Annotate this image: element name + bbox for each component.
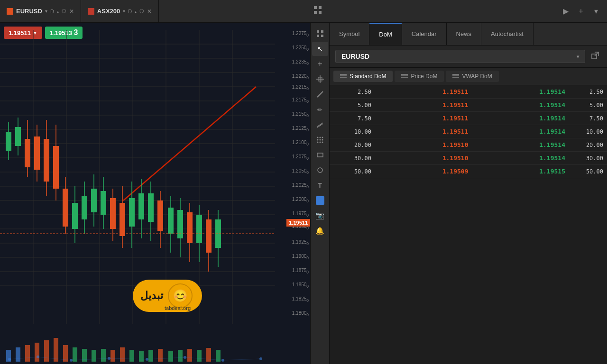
- grid-icon[interactable]: [312, 4, 324, 16]
- dom-row-2: 7.50 1.19511 1.19514 7.50: [330, 112, 607, 125]
- symbol-row: EURUSD ▾: [330, 46, 607, 68]
- price-label-13: 1.19750: [291, 210, 310, 219]
- tab-autochartist[interactable]: Autochartist: [481, 23, 533, 45]
- svg-point-129: [319, 139, 321, 141]
- circle-tool-button[interactable]: [312, 163, 328, 177]
- dom-qty-right-2: 7.50: [565, 115, 603, 122]
- svg-rect-93: [158, 349, 163, 362]
- dom-subtabs: Standard DoM Price DoM: [330, 68, 607, 85]
- dom-qty-right-6: 50.00: [565, 168, 603, 175]
- svg-line-114: [223, 359, 261, 360]
- svg-rect-89: [120, 347, 125, 362]
- svg-rect-2: [314, 11, 317, 14]
- tab-eurusd[interactable]: EURUSD ▾ D ₁ ⬡ ✕: [0, 0, 81, 22]
- tab-arrow-eurusd[interactable]: ▾: [45, 9, 47, 14]
- tab-asx200[interactable]: ASX200 ▾ D ₁ ⬡ ✕: [81, 0, 159, 22]
- dots-grid-button[interactable]: [312, 133, 328, 147]
- subtab-vwap-dom[interactable]: VWAP DoM: [446, 71, 498, 82]
- price-label-15: 1.19250: [291, 238, 310, 247]
- tab-close-eurusd[interactable]: ✕: [69, 8, 74, 15]
- dom-row-6: 50.00 1.19509 1.19515 50.00: [330, 165, 607, 178]
- svg-line-122: [317, 91, 323, 97]
- price-label-11: 1.20250: [291, 182, 310, 191]
- price-label-6: 1.21500: [291, 110, 310, 119]
- watermark-logo: 😊: [168, 283, 193, 308]
- svg-rect-59: [138, 193, 144, 219]
- rectangle-tool-button[interactable]: [312, 148, 328, 162]
- svg-point-133: [322, 142, 323, 143]
- svg-point-132: [319, 142, 321, 143]
- subtab-price-dom[interactable]: Price DoM: [395, 71, 444, 82]
- cursor-tool-button[interactable]: ↖: [312, 42, 328, 56]
- svg-rect-94: [168, 351, 173, 362]
- layout-button[interactable]: ▾: [590, 5, 602, 18]
- tab-close-asx200[interactable]: ✕: [147, 8, 152, 15]
- dom-row-3: 10.00 1.19511 1.19514 10.00: [330, 125, 607, 138]
- color-fill-button[interactable]: [312, 193, 328, 208]
- dom-ask-3: 1.19514: [469, 128, 566, 135]
- dom-qty-right-1: 5.00: [565, 102, 603, 109]
- line-tool-button[interactable]: [312, 87, 328, 101]
- dom-qty-left-1: 5.00: [333, 102, 371, 109]
- price-label-12: 1.20000: [291, 196, 310, 205]
- add-symbol-button[interactable]: ＋: [575, 5, 587, 18]
- tab-tf-sub-eurusd: ₁: [57, 9, 59, 14]
- chart-area[interactable]: 1.19511 ▼ 1.19513 3: [0, 23, 311, 364]
- tab-calendar[interactable]: Calendar: [402, 23, 447, 45]
- tab-expand-asx200[interactable]: ⬡: [139, 8, 144, 14]
- svg-rect-33: [15, 127, 21, 146]
- screenshot-button[interactable]: 📷: [312, 209, 328, 223]
- svg-rect-41: [53, 146, 59, 189]
- svg-rect-37: [34, 136, 40, 170]
- svg-rect-84: [73, 347, 77, 362]
- dom-qty-left-5: 30.00: [333, 155, 371, 162]
- svg-rect-47: [82, 196, 87, 219]
- svg-rect-88: [110, 350, 115, 362]
- svg-rect-134: [317, 153, 323, 157]
- svg-rect-45: [72, 203, 78, 229]
- dom-ask-1: 1.19514: [469, 101, 566, 109]
- tab-news[interactable]: News: [447, 23, 482, 45]
- dom-bid-5: 1.19510: [371, 155, 469, 162]
- tab-arrow-asx200[interactable]: ▾: [123, 9, 125, 14]
- svg-rect-35: [25, 139, 30, 167]
- grid-menu-button[interactable]: [312, 27, 328, 41]
- dom-qty-right-3: 10.00: [565, 128, 603, 135]
- multi-line-button[interactable]: [312, 118, 328, 132]
- pencil-tool-button[interactable]: ✏: [312, 102, 328, 117]
- symbol-dropdown-arrow[interactable]: ▾: [577, 54, 579, 59]
- tab-tf-eurusd: D: [50, 9, 54, 14]
- svg-rect-31: [6, 132, 11, 151]
- dom-qty-right-5: 30.00: [565, 155, 603, 162]
- watermark-overlay: تبديل 😊 tabdeal.org: [133, 280, 202, 312]
- dom-row-0: 2.50 1.19511 1.19514 2.50: [330, 85, 607, 99]
- watermark-url: tabdeal.org: [165, 305, 191, 311]
- tab-dom[interactable]: DoM: [369, 23, 402, 45]
- svg-rect-118: [321, 35, 323, 37]
- svg-rect-86: [92, 350, 96, 362]
- svg-rect-63: [157, 200, 163, 231]
- dom-row-5: 30.00 1.19510 1.19514 30.00: [330, 152, 607, 165]
- alert-button[interactable]: 🔔: [312, 224, 328, 238]
- crosshair-button[interactable]: [312, 72, 328, 86]
- detach-button[interactable]: [589, 49, 601, 64]
- dom-ask-5: 1.19514: [469, 155, 566, 162]
- dom-row-4: 20.00 1.19510 1.19514 20.00: [330, 138, 607, 152]
- dom-bid-1: 1.19511: [371, 101, 469, 109]
- tab-expand-eurusd[interactable]: ⬡: [62, 8, 66, 14]
- tab-symbol[interactable]: Symbol: [330, 23, 369, 45]
- svg-rect-82: [54, 338, 58, 362]
- subtab-icon-price: [401, 73, 408, 80]
- svg-point-125: [317, 137, 318, 138]
- price-label-19: 1.18250: [291, 295, 310, 304]
- symbol-select[interactable]: EURUSD ▾: [335, 50, 585, 63]
- add-drawing-button[interactable]: +: [312, 57, 328, 71]
- dom-row-1: 5.00 1.19511 1.19514 5.00: [330, 99, 607, 112]
- text-tool-button[interactable]: T: [312, 178, 328, 192]
- dom-qty-left-6: 50.00: [333, 168, 371, 175]
- subtab-standard-dom[interactable]: Standard DoM: [333, 71, 393, 82]
- dom-ask-0: 1.19514: [469, 88, 566, 95]
- tab-indicator-eurusd: [7, 8, 13, 15]
- add-chart-button[interactable]: ▶: [560, 5, 572, 18]
- tab-tf-sub-asx200: ₁: [135, 9, 137, 14]
